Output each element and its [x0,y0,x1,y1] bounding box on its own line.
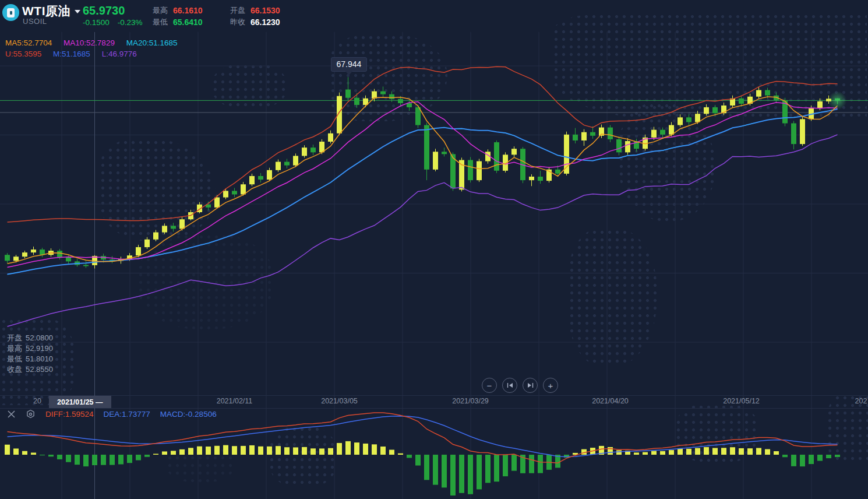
x-axis-label: 2021/04/20 [592,397,629,405]
ma10-line [8,102,838,268]
x-axis-label: 2021/03/29 [452,397,489,405]
macd-legend: DIFF:1.59524 DEA:1.73777 MACD:-0.28506 [7,409,227,419]
date-tooltip: 2021/01/25 — [49,396,111,408]
boll-upper-line [8,66,838,222]
close-icon[interactable] [7,410,16,419]
skip-to-end-button[interactable] [523,378,538,393]
trading-app: { "app": { "title": "WTI原油", "symbol": "… [0,0,868,499]
x-axis-label: 2021/02/11 [217,397,253,405]
boll-mid-line [8,109,838,274]
macd-value-legend: MACD:-0.28506 [160,410,217,419]
ma5-legend: MA5:52.7704 [5,38,52,47]
ma10-legend: MA10:52.7829 [63,38,115,47]
quote-row-2: 最低 65.6410 昨收 66.1230 [153,17,308,27]
change-value: -0.1500 [83,18,110,27]
price-change: -0.1500-0.23% [83,18,151,27]
caret-down-icon[interactable] [75,10,80,13]
hover-ohlc-readout: 开盘52.0800 最高52.9190 最低51.8010 收盘52.8550 [7,333,53,375]
ma5-line [8,97,838,263]
hover-close: 52.8550 [26,364,53,375]
high-price-annotation: 67.944 [331,57,368,72]
diff-legend: DIFF:1.59524 [45,410,94,419]
quote-row-1: 最高 66.1610 开盘 66.1530 [153,5,308,16]
x-axis-label: 2021/05/12 [723,397,760,405]
instrument-symbol: USOIL [23,17,47,26]
skip-to-start-button[interactable] [502,378,517,393]
last-price: 65.9730 [83,4,125,17]
skip-to-start-icon [507,382,513,388]
ma-legend: MA5:52.7704 MA10:52.7829 MA20:51.1685 [5,38,187,47]
hover-high: 52.9190 [26,343,53,354]
grid [0,32,868,499]
high-label: 最高 [153,5,173,16]
chart-nav-toolbar: − + [482,378,558,393]
bollinger-legend: U:55.3595 M:51.1685 L:46.9776 [5,50,146,58]
low-label: 最低 [153,17,173,27]
hover-open: 52.0800 [26,333,53,343]
zoom-out-button[interactable]: − [482,378,497,393]
ma20-line [8,109,838,274]
oil-barrel-icon [2,4,19,21]
boll-lower-legend: L:46.9776 [102,50,137,58]
x-axis-label-partial: 202 [855,397,867,405]
open-value: 66.1530 [250,6,287,15]
ma20-legend: MA20:51.1685 [126,38,178,47]
gear-icon[interactable] [26,409,36,419]
low-value: 65.6410 [173,17,210,27]
x-axis-label-partial: 20 [33,397,41,405]
x-axis[interactable]: 2021/02/112021/03/052021/03/292021/04/20… [0,395,868,409]
boll-mid-legend: M:51.1685 [53,50,90,58]
hover-low: 51.8010 [26,354,53,364]
skip-to-end-icon [527,382,534,388]
candlestick-chart[interactable] [0,0,868,499]
prev-close-label: 昨收 [230,17,250,27]
prev-close-value: 66.1230 [250,17,287,27]
dea-legend: DEA:1.73777 [104,410,150,419]
boll-lower-line [8,135,838,326]
last-price-glow [828,91,847,110]
x-axis-label: 2021/03/05 [321,397,358,405]
open-label: 开盘 [230,5,250,16]
instrument-name: WTI原油 [22,4,70,17]
high-value: 66.1610 [173,6,210,15]
change-percent: -0.23% [118,18,143,27]
boll-upper-legend: U:55.3595 [5,50,41,58]
zoom-in-button[interactable]: + [543,378,558,393]
